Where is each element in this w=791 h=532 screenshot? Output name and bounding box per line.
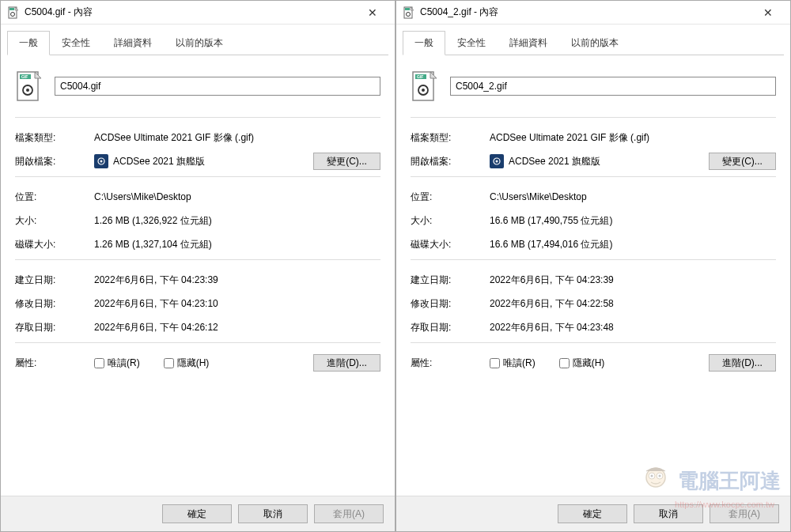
- label-created: 建立日期:: [15, 274, 94, 287]
- tab-security[interactable]: 安全性: [445, 31, 498, 55]
- cancel-button[interactable]: 取消: [238, 504, 308, 523]
- readonly-checkbox-label[interactable]: 唯讀(R): [94, 357, 140, 370]
- change-button[interactable]: 變更(C)...: [313, 153, 380, 170]
- content-panel: GIF 檔案類型: ACDSee Ultimate 2021 GIF 影像 (.…: [1, 55, 395, 496]
- label-location: 位置:: [411, 191, 490, 204]
- row-sizeondisk: 磁碟大小: 1.26 MB (1,327,104 位元組): [15, 232, 380, 256]
- divider: [15, 176, 380, 177]
- titlebar[interactable]: C5004_2.gif - 內容 ✕: [396, 1, 790, 25]
- readonly-checkbox[interactable]: [94, 358, 104, 368]
- checkbox-group: 唯讀(R) 隱藏(H): [94, 357, 209, 370]
- ok-button[interactable]: 確定: [558, 504, 627, 523]
- filename-input[interactable]: [55, 77, 380, 96]
- label-accessed: 存取日期:: [411, 321, 490, 334]
- apply-button[interactable]: 套用(A): [710, 504, 779, 523]
- tab-details[interactable]: 詳細資料: [102, 31, 164, 55]
- row-accessed: 存取日期: 2022年6月6日, 下午 04:26:12: [15, 315, 380, 339]
- svg-point-7: [26, 89, 29, 92]
- svg-point-18: [422, 89, 425, 92]
- change-button[interactable]: 變更(C)...: [709, 153, 776, 170]
- value-created: 2022年6月6日, 下午 04:23:39: [94, 274, 380, 287]
- value-location: C:\Users\Mike\Desktop: [94, 191, 380, 202]
- label-modified: 修改日期:: [411, 297, 490, 311]
- spacer: [411, 375, 776, 486]
- advanced-button[interactable]: 進階(D)...: [709, 354, 776, 372]
- row-openwith: 開啟檔案: ACDSee 2021 旗艦版 變更(C)...: [15, 149, 380, 173]
- value-modified: 2022年6月6日, 下午 04:22:58: [490, 297, 776, 311]
- file-large-icon: GIF: [15, 70, 44, 103]
- tab-general[interactable]: 一般: [403, 31, 445, 55]
- divider: [15, 259, 380, 260]
- hidden-checkbox[interactable]: [559, 358, 570, 368]
- filename-input[interactable]: [450, 77, 776, 96]
- value-accessed: 2022年6月6日, 下午 04:23:48: [490, 321, 776, 334]
- titlebar[interactable]: C5004.gif - 內容 ✕: [1, 1, 395, 25]
- value-filetype: ACDSee Ultimate 2021 GIF 影像 (.gif): [490, 131, 776, 145]
- svg-rect-12: [405, 8, 410, 10]
- row-location: 位置: C:\Users\Mike\Desktop: [411, 185, 776, 209]
- tabs: 一般 安全性 詳細資料 以前的版本: [1, 25, 395, 55]
- spacer: [15, 375, 380, 486]
- value-size: 1.26 MB (1,326,922 位元組): [94, 214, 380, 228]
- file-header: GIF: [411, 65, 776, 114]
- openwith-name: ACDSee 2021 旗艦版: [509, 155, 600, 168]
- readonly-text: 唯讀(R): [108, 357, 140, 370]
- bottom-bar: 確定 取消 套用(A): [1, 496, 395, 531]
- row-attributes: 屬性: 唯讀(R) 隱藏(H) 進階(D)...: [15, 351, 380, 375]
- tab-divider: [403, 55, 784, 55]
- hidden-checkbox-label[interactable]: 隱藏(H): [164, 357, 210, 370]
- close-button[interactable]: ✕: [752, 2, 784, 24]
- label-attributes: 屬性:: [15, 357, 94, 370]
- value-modified: 2022年6月6日, 下午 04:23:10: [94, 297, 380, 311]
- row-size: 大小: 16.6 MB (17,490,755 位元組): [411, 209, 776, 232]
- tab-details[interactable]: 詳細資料: [498, 31, 559, 55]
- gif-file-icon: [7, 6, 20, 19]
- svg-point-21: [496, 160, 498, 163]
- svg-text:GIF: GIF: [21, 74, 28, 79]
- divider: [15, 117, 380, 118]
- readonly-checkbox-label[interactable]: 唯讀(R): [490, 357, 536, 370]
- readonly-text: 唯讀(R): [503, 357, 536, 370]
- row-created: 建立日期: 2022年6月6日, 下午 04:23:39: [411, 268, 776, 292]
- row-modified: 修改日期: 2022年6月6日, 下午 04:22:58: [411, 292, 776, 315]
- close-button[interactable]: ✕: [357, 2, 388, 24]
- content-panel: GIF 檔案類型: ACDSee Ultimate 2021 GIF 影像 (.…: [396, 55, 790, 496]
- window-title: C5004_2.gif - 內容: [420, 6, 752, 19]
- tab-previous-versions[interactable]: 以前的版本: [164, 31, 235, 55]
- label-size: 大小:: [411, 214, 490, 228]
- label-filetype: 檔案類型:: [15, 131, 94, 145]
- label-sizeondisk: 磁碟大小:: [411, 238, 490, 251]
- svg-rect-1: [9, 8, 14, 10]
- label-size: 大小:: [15, 214, 94, 228]
- file-large-icon: GIF: [411, 70, 439, 103]
- apply-button[interactable]: 套用(A): [314, 504, 384, 523]
- divider: [15, 342, 380, 343]
- row-modified: 修改日期: 2022年6月6日, 下午 04:23:10: [15, 292, 380, 315]
- label-created: 建立日期:: [411, 274, 490, 287]
- tab-general[interactable]: 一般: [7, 31, 50, 55]
- row-openwith: 開啟檔案: ACDSee 2021 旗艦版 變更(C)...: [411, 149, 776, 173]
- value-location: C:\Users\Mike\Desktop: [490, 191, 776, 202]
- openwith-name: ACDSee 2021 旗艦版: [113, 155, 205, 168]
- value-created: 2022年6月6日, 下午 04:23:39: [490, 274, 776, 287]
- readonly-checkbox[interactable]: [490, 358, 500, 368]
- value-size: 16.6 MB (17,490,755 位元組): [490, 214, 776, 228]
- tab-security[interactable]: 安全性: [50, 31, 102, 55]
- tab-divider: [7, 55, 388, 55]
- cancel-button[interactable]: 取消: [634, 504, 703, 523]
- ok-button[interactable]: 確定: [162, 504, 232, 523]
- advanced-button[interactable]: 進階(D)...: [313, 354, 380, 372]
- divider: [411, 176, 776, 177]
- value-openwith: ACDSee 2021 旗艦版: [94, 154, 313, 168]
- hidden-checkbox-label[interactable]: 隱藏(H): [559, 357, 605, 370]
- label-location: 位置:: [15, 191, 94, 204]
- hidden-checkbox[interactable]: [164, 358, 174, 368]
- value-openwith: ACDSee 2021 旗艦版: [490, 154, 709, 168]
- tabs: 一般 安全性 詳細資料 以前的版本: [396, 25, 790, 55]
- gif-file-icon: [403, 6, 415, 19]
- divider: [411, 117, 776, 118]
- value-sizeondisk: 1.26 MB (1,327,104 位元組): [94, 238, 380, 251]
- row-size: 大小: 1.26 MB (1,326,922 位元組): [15, 209, 380, 232]
- tab-previous-versions[interactable]: 以前的版本: [559, 31, 630, 55]
- label-filetype: 檔案類型:: [411, 131, 490, 145]
